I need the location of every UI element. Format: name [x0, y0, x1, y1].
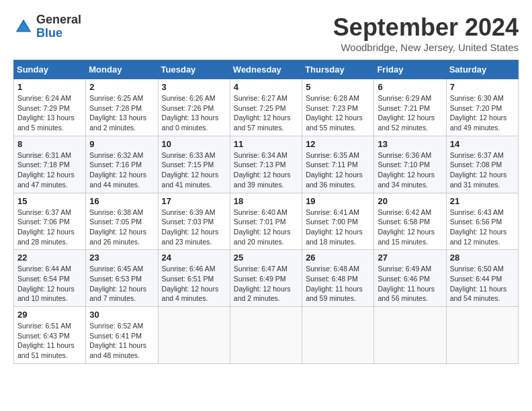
day-number: 22: [17, 253, 82, 263]
calendar-body: 1Sunrise: 6:24 AMSunset: 7:29 PMDaylight…: [14, 79, 519, 364]
calendar-cell: [374, 307, 446, 364]
calendar-cell: 27Sunrise: 6:49 AMSunset: 6:46 PMDayligh…: [374, 250, 446, 307]
calendar-cell: 22Sunrise: 6:44 AMSunset: 6:54 PMDayligh…: [14, 250, 86, 307]
calendar-header: SundayMondayTuesdayWednesdayThursdayFrid…: [14, 60, 519, 79]
day-info: Sunrise: 6:50 AMSunset: 6:44 PMDaylight:…: [450, 264, 515, 304]
day-info: Sunrise: 6:38 AMSunset: 7:05 PMDaylight:…: [89, 208, 154, 247]
day-info: Sunrise: 6:40 AMSunset: 7:01 PMDaylight:…: [234, 208, 298, 247]
day-number: 11: [234, 139, 298, 149]
day-number: 7: [450, 82, 515, 92]
day-info: Sunrise: 6:30 AMSunset: 7:20 PMDaylight:…: [450, 93, 515, 133]
day-info: Sunrise: 6:29 AMSunset: 7:21 PMDaylight:…: [378, 93, 442, 133]
day-info: Sunrise: 6:42 AMSunset: 6:58 PMDaylight:…: [378, 208, 442, 247]
day-number: 13: [378, 139, 442, 149]
day-header-monday: Monday: [86, 60, 158, 79]
day-info: Sunrise: 6:24 AMSunset: 7:29 PMDaylight:…: [17, 93, 82, 133]
day-header-friday: Friday: [374, 60, 446, 79]
calendar-cell: 26Sunrise: 6:48 AMSunset: 6:48 PMDayligh…: [302, 250, 374, 307]
day-number: 9: [89, 139, 154, 149]
day-number: 8: [17, 139, 82, 149]
day-number: 5: [306, 82, 370, 92]
day-info: Sunrise: 6:27 AMSunset: 7:25 PMDaylight:…: [234, 93, 298, 133]
day-info: Sunrise: 6:51 AMSunset: 6:43 PMDaylight:…: [17, 321, 82, 361]
day-info: Sunrise: 6:45 AMSunset: 6:53 PMDaylight:…: [89, 264, 154, 304]
calendar-cell: 8Sunrise: 6:31 AMSunset: 7:18 PMDaylight…: [14, 136, 86, 193]
day-info: Sunrise: 6:28 AMSunset: 7:23 PMDaylight:…: [306, 93, 370, 133]
day-info: Sunrise: 6:43 AMSunset: 6:56 PMDaylight:…: [450, 208, 515, 247]
calendar-cell: 13Sunrise: 6:36 AMSunset: 7:10 PMDayligh…: [374, 136, 446, 193]
day-info: Sunrise: 6:34 AMSunset: 7:13 PMDaylight:…: [234, 150, 298, 190]
calendar-cell: 16Sunrise: 6:38 AMSunset: 7:05 PMDayligh…: [86, 193, 158, 250]
day-number: 28: [450, 253, 515, 263]
calendar-week-4: 22Sunrise: 6:44 AMSunset: 6:54 PMDayligh…: [14, 250, 519, 307]
month-title: September 2024: [333, 13, 519, 42]
day-number: 19: [306, 196, 370, 206]
day-info: Sunrise: 6:41 AMSunset: 7:00 PMDaylight:…: [306, 208, 370, 247]
day-number: 12: [306, 139, 370, 149]
calendar-cell: 19Sunrise: 6:41 AMSunset: 7:00 PMDayligh…: [302, 193, 374, 250]
day-info: Sunrise: 6:25 AMSunset: 7:28 PMDaylight:…: [89, 93, 154, 133]
calendar-cell: 17Sunrise: 6:39 AMSunset: 7:03 PMDayligh…: [158, 193, 230, 250]
logo-blue-text: Blue: [36, 27, 81, 40]
day-number: 15: [17, 196, 82, 206]
calendar-cell: 24Sunrise: 6:46 AMSunset: 6:51 PMDayligh…: [158, 250, 230, 307]
day-info: Sunrise: 6:36 AMSunset: 7:10 PMDaylight:…: [378, 150, 442, 190]
day-header-saturday: Saturday: [446, 60, 518, 79]
day-info: Sunrise: 6:52 AMSunset: 6:41 PMDaylight:…: [89, 321, 154, 361]
day-info: Sunrise: 6:39 AMSunset: 7:03 PMDaylight:…: [162, 208, 226, 247]
day-info: Sunrise: 6:37 AMSunset: 7:06 PMDaylight:…: [17, 208, 82, 247]
calendar-cell: 3Sunrise: 6:26 AMSunset: 7:26 PMDaylight…: [158, 79, 230, 136]
calendar-cell: [158, 307, 230, 364]
day-header-thursday: Thursday: [302, 60, 374, 79]
calendar-cell: 11Sunrise: 6:34 AMSunset: 7:13 PMDayligh…: [230, 136, 302, 193]
day-number: 18: [234, 196, 298, 206]
day-info: Sunrise: 6:46 AMSunset: 6:51 PMDaylight:…: [162, 264, 226, 304]
calendar-cell: [230, 307, 302, 364]
logo: General Blue: [13, 13, 81, 40]
calendar-cell: 2Sunrise: 6:25 AMSunset: 7:28 PMDaylight…: [86, 79, 158, 136]
day-number: 26: [306, 253, 370, 263]
day-number: 23: [89, 253, 154, 263]
calendar-cell: 28Sunrise: 6:50 AMSunset: 6:44 PMDayligh…: [446, 250, 518, 307]
logo-general-text: General: [36, 13, 81, 27]
day-number: 30: [89, 310, 154, 320]
logo-icon: [13, 17, 34, 37]
day-number: 25: [234, 253, 298, 263]
calendar-cell: 21Sunrise: 6:43 AMSunset: 6:56 PMDayligh…: [446, 193, 518, 250]
calendar-cell: 10Sunrise: 6:33 AMSunset: 7:15 PMDayligh…: [158, 136, 230, 193]
logo-text: General Blue: [36, 13, 81, 40]
title-area: September 2024 Woodbridge, New Jersey, U…: [333, 13, 519, 53]
header: General Blue September 2024 Woodbridge, …: [13, 13, 519, 53]
day-number: 29: [17, 310, 82, 320]
calendar-cell: 5Sunrise: 6:28 AMSunset: 7:23 PMDaylight…: [302, 79, 374, 136]
day-info: Sunrise: 6:49 AMSunset: 6:46 PMDaylight:…: [378, 264, 442, 304]
calendar-cell: 14Sunrise: 6:37 AMSunset: 7:08 PMDayligh…: [446, 136, 518, 193]
calendar-cell: 9Sunrise: 6:32 AMSunset: 7:16 PMDaylight…: [86, 136, 158, 193]
day-header-tuesday: Tuesday: [158, 60, 230, 79]
day-info: Sunrise: 6:47 AMSunset: 6:49 PMDaylight:…: [234, 264, 298, 304]
calendar-cell: 6Sunrise: 6:29 AMSunset: 7:21 PMDaylight…: [374, 79, 446, 136]
day-number: 2: [89, 82, 154, 92]
calendar-cell: [302, 307, 374, 364]
day-number: 24: [162, 253, 226, 263]
day-header-wednesday: Wednesday: [230, 60, 302, 79]
calendar-cell: 1Sunrise: 6:24 AMSunset: 7:29 PMDaylight…: [14, 79, 86, 136]
day-info: Sunrise: 6:26 AMSunset: 7:26 PMDaylight:…: [162, 93, 226, 133]
calendar-cell: 20Sunrise: 6:42 AMSunset: 6:58 PMDayligh…: [374, 193, 446, 250]
day-info: Sunrise: 6:32 AMSunset: 7:16 PMDaylight:…: [89, 150, 154, 190]
day-header-sunday: Sunday: [14, 60, 86, 79]
day-number: 16: [89, 196, 154, 206]
day-info: Sunrise: 6:48 AMSunset: 6:48 PMDaylight:…: [306, 264, 370, 304]
calendar-week-1: 1Sunrise: 6:24 AMSunset: 7:29 PMDaylight…: [14, 79, 519, 136]
location: Woodbridge, New Jersey, United States: [333, 42, 519, 53]
day-number: 3: [162, 82, 226, 92]
calendar-cell: 12Sunrise: 6:35 AMSunset: 7:11 PMDayligh…: [302, 136, 374, 193]
day-info: Sunrise: 6:35 AMSunset: 7:11 PMDaylight:…: [306, 150, 370, 190]
calendar-cell: 23Sunrise: 6:45 AMSunset: 6:53 PMDayligh…: [86, 250, 158, 307]
calendar-cell: 7Sunrise: 6:30 AMSunset: 7:20 PMDaylight…: [446, 79, 518, 136]
day-number: 20: [378, 196, 442, 206]
day-number: 4: [234, 82, 298, 92]
calendar: SundayMondayTuesdayWednesdayThursdayFrid…: [13, 60, 519, 364]
calendar-cell: [446, 307, 518, 364]
calendar-cell: 18Sunrise: 6:40 AMSunset: 7:01 PMDayligh…: [230, 193, 302, 250]
